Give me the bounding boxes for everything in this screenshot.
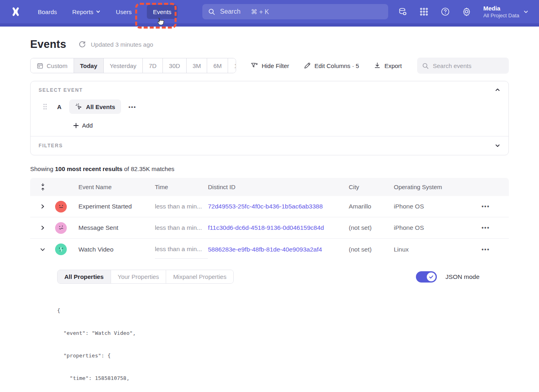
event-clause-row: A All Events ••• <box>39 99 500 114</box>
event-avatar <box>55 201 67 213</box>
os-cell: iPhone OS <box>394 224 463 231</box>
date-range-today[interactable]: Today <box>74 58 104 73</box>
table-toolbar: Hide Filter Edit Columns · 5 Export <box>236 58 509 74</box>
time-cell: less than a min... <box>155 203 208 210</box>
date-range-label: 3M <box>193 62 201 69</box>
tab-all-properties[interactable]: All Properties <box>58 270 111 283</box>
detail-toolbar: All Properties Your Properties Mixpanel … <box>57 270 479 284</box>
plus-icon <box>73 123 79 128</box>
events-table: Event Name Time Distinct ID City Operati… <box>30 178 509 392</box>
time-cell: less than a min... <box>155 224 208 231</box>
date-range-7d[interactable]: 7D <box>143 58 163 73</box>
city-cell: (not set) <box>349 224 394 231</box>
chevron-right-icon[interactable] <box>40 225 45 230</box>
nav-item-events[interactable]: Events <box>147 5 177 19</box>
clause-letter: A <box>57 103 62 110</box>
date-range-6m[interactable]: 6M <box>207 58 228 73</box>
date-range-label: Today <box>80 62 97 69</box>
chevron-up-icon[interactable] <box>495 87 500 93</box>
nav-item-boards[interactable]: Boards <box>38 8 57 15</box>
json-line: "event": "Watch Video", <box>57 330 479 337</box>
event-more-button[interactable]: ••• <box>128 104 136 110</box>
nav-item-users[interactable]: Users <box>116 8 132 15</box>
page-title-row: Events Updated 3 minutes ago <box>30 37 509 52</box>
refresh-icon[interactable] <box>78 41 86 48</box>
select-event-label: SELECT EVENT <box>39 87 500 93</box>
table-row[interactable]: Experiment Started less than a min... 72… <box>30 196 509 217</box>
distinct-id-link[interactable]: 5886283e-e9fb-48fb-81de-40e9093a2af4 <box>208 246 349 253</box>
json-line: "time": 1585810758, <box>57 375 479 382</box>
export-button[interactable]: Export <box>374 62 402 69</box>
filters-label: FILTERS <box>39 143 500 149</box>
nav-item-reports[interactable]: Reports <box>72 8 101 15</box>
date-range-12m[interactable]: 12M <box>228 58 236 73</box>
search-icon <box>208 8 215 15</box>
selected-event-name: All Events <box>86 103 115 110</box>
event-name-cell: Message Sent <box>78 224 155 231</box>
row-actions-button[interactable]: ••• <box>481 246 490 253</box>
date-range-3m[interactable]: 3M <box>187 58 208 73</box>
nav-right-cluster: Media All Project Data <box>398 4 529 19</box>
json-mode-toggle[interactable] <box>416 271 437 283</box>
time-cell: less than a min... <box>155 240 208 259</box>
add-event-button[interactable]: Add <box>73 122 500 129</box>
distinct-id-link[interactable]: 72d49553-25fc-4f0c-b436-1b5ac6ab3388 <box>208 203 349 210</box>
help-icon[interactable] <box>440 7 450 17</box>
chevron-down-icon[interactable] <box>40 247 45 252</box>
avatar-face-icon <box>57 224 65 232</box>
json-line: { <box>57 307 479 315</box>
date-range-30d[interactable]: 30D <box>163 58 187 73</box>
events-search-box <box>417 58 509 74</box>
export-label: Export <box>385 62 402 69</box>
events-search-input[interactable] <box>433 62 504 69</box>
event-detail-panel: All Properties Your Properties Mixpanel … <box>30 260 509 392</box>
calendar-icon <box>37 62 43 69</box>
summary-prefix: Showing <box>30 165 55 172</box>
event-selector-pill[interactable]: All Events <box>69 99 121 114</box>
controls-row: Custom Today Yesterday 7D 30D 3M 6M 12M … <box>30 58 509 74</box>
settings-gear-icon[interactable] <box>462 7 471 17</box>
toggle-knob <box>427 272 436 281</box>
row-actions-button[interactable]: ••• <box>481 203 490 210</box>
mixpanel-logo[interactable] <box>10 6 21 17</box>
global-search[interactable]: Search ⌘ + K <box>202 4 388 19</box>
summary-suffix: of 82.35K matches <box>122 165 174 172</box>
collapse-rows-icon[interactable] <box>40 183 45 191</box>
date-range-label: 6M <box>213 62 222 69</box>
avatar-face-icon <box>57 202 65 210</box>
edit-columns-button[interactable]: Edit Columns · 5 <box>304 62 359 69</box>
event-name-cell: Watch Video <box>78 246 155 253</box>
nav-items: Boards Reports Users Events <box>38 5 177 19</box>
properties-tabset: All Properties Your Properties Mixpanel … <box>57 270 234 284</box>
chevron-down-icon[interactable] <box>495 143 500 149</box>
row-actions-button[interactable]: ••• <box>481 225 490 231</box>
tab-your-properties[interactable]: Your Properties <box>111 270 167 283</box>
table-row-expanded[interactable]: Watch Video less than a min... 5886283e-… <box>30 239 509 260</box>
hide-filter-label: Hide Filter <box>261 62 289 69</box>
tab-label: Your Properties <box>118 273 159 280</box>
distinct-id-link[interactable]: f11c30d6-dc6d-4518-9136-0d046159c84d <box>208 224 349 231</box>
top-navbar: Boards Reports Users Events Search ⌘ + K <box>0 0 539 27</box>
column-header-city: City <box>349 184 394 190</box>
search-label: Search <box>220 8 241 15</box>
date-range-yesterday[interactable]: Yesterday <box>104 58 143 73</box>
column-header-time: Time <box>155 184 208 190</box>
event-name-cell: Experiment Started <box>78 203 155 210</box>
tab-mixpanel-properties[interactable]: Mixpanel Properties <box>166 270 233 283</box>
json-mode-label: JSON mode <box>446 273 479 281</box>
chevron-down-icon <box>96 9 101 14</box>
table-row[interactable]: Message Sent less than a min... f11c30d6… <box>30 217 509 239</box>
project-subtitle: All Project Data <box>483 12 519 19</box>
filter-funnel-icon <box>251 62 258 69</box>
date-range-custom[interactable]: Custom <box>31 58 74 73</box>
chevron-right-icon[interactable] <box>40 204 45 209</box>
summary-highlight: 100 most recent results <box>55 165 123 172</box>
hide-filter-button[interactable]: Hide Filter <box>251 62 289 69</box>
json-line: "properties": { <box>57 352 479 360</box>
json-mode-control: JSON mode <box>416 271 479 283</box>
drag-handle-icon[interactable] <box>43 103 47 110</box>
data-management-icon[interactable] <box>398 7 407 17</box>
magic-cursor-icon <box>75 103 82 110</box>
apps-grid-icon[interactable] <box>419 7 429 17</box>
project-selector[interactable]: Media All Project Data <box>483 4 529 19</box>
